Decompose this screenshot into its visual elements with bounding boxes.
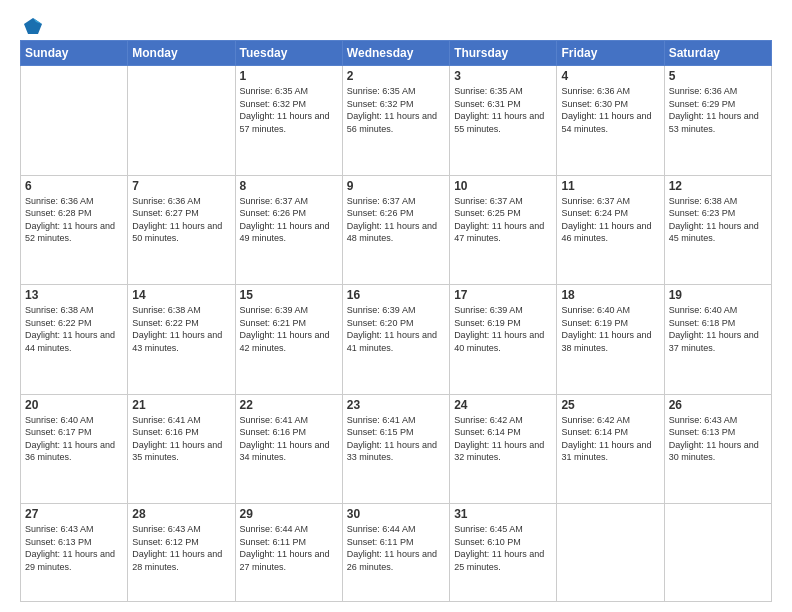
day-info: Sunrise: 6:36 AMSunset: 6:30 PMDaylight:… <box>561 85 659 135</box>
day-number: 27 <box>25 507 123 521</box>
day-number: 13 <box>25 288 123 302</box>
calendar-day: 13Sunrise: 6:38 AMSunset: 6:22 PMDayligh… <box>21 285 128 395</box>
calendar-day: 25Sunrise: 6:42 AMSunset: 6:14 PMDayligh… <box>557 394 664 504</box>
calendar-day: 31Sunrise: 6:45 AMSunset: 6:10 PMDayligh… <box>450 504 557 602</box>
day-info: Sunrise: 6:40 AMSunset: 6:18 PMDaylight:… <box>669 304 767 354</box>
day-info: Sunrise: 6:42 AMSunset: 6:14 PMDaylight:… <box>561 414 659 464</box>
weekday-header-row: SundayMondayTuesdayWednesdayThursdayFrid… <box>21 41 772 66</box>
weekday-header-sunday: Sunday <box>21 41 128 66</box>
day-info: Sunrise: 6:38 AMSunset: 6:23 PMDaylight:… <box>669 195 767 245</box>
calendar-week-2: 6Sunrise: 6:36 AMSunset: 6:28 PMDaylight… <box>21 175 772 285</box>
calendar-day: 17Sunrise: 6:39 AMSunset: 6:19 PMDayligh… <box>450 285 557 395</box>
calendar-day <box>557 504 664 602</box>
calendar-day: 1Sunrise: 6:35 AMSunset: 6:32 PMDaylight… <box>235 66 342 176</box>
day-number: 12 <box>669 179 767 193</box>
day-number: 14 <box>132 288 230 302</box>
weekday-header-saturday: Saturday <box>664 41 771 66</box>
calendar-week-5: 27Sunrise: 6:43 AMSunset: 6:13 PMDayligh… <box>21 504 772 602</box>
calendar-week-3: 13Sunrise: 6:38 AMSunset: 6:22 PMDayligh… <box>21 285 772 395</box>
day-number: 18 <box>561 288 659 302</box>
calendar-day: 16Sunrise: 6:39 AMSunset: 6:20 PMDayligh… <box>342 285 449 395</box>
day-number: 22 <box>240 398 338 412</box>
calendar-day: 15Sunrise: 6:39 AMSunset: 6:21 PMDayligh… <box>235 285 342 395</box>
logo <box>20 16 44 32</box>
calendar-day: 21Sunrise: 6:41 AMSunset: 6:16 PMDayligh… <box>128 394 235 504</box>
day-info: Sunrise: 6:43 AMSunset: 6:12 PMDaylight:… <box>132 523 230 573</box>
day-info: Sunrise: 6:43 AMSunset: 6:13 PMDaylight:… <box>25 523 123 573</box>
day-number: 11 <box>561 179 659 193</box>
day-info: Sunrise: 6:44 AMSunset: 6:11 PMDaylight:… <box>240 523 338 573</box>
day-info: Sunrise: 6:41 AMSunset: 6:16 PMDaylight:… <box>240 414 338 464</box>
day-number: 20 <box>25 398 123 412</box>
day-number: 26 <box>669 398 767 412</box>
day-info: Sunrise: 6:35 AMSunset: 6:31 PMDaylight:… <box>454 85 552 135</box>
calendar-day: 8Sunrise: 6:37 AMSunset: 6:26 PMDaylight… <box>235 175 342 285</box>
calendar-day: 26Sunrise: 6:43 AMSunset: 6:13 PMDayligh… <box>664 394 771 504</box>
calendar-day: 29Sunrise: 6:44 AMSunset: 6:11 PMDayligh… <box>235 504 342 602</box>
calendar-day: 18Sunrise: 6:40 AMSunset: 6:19 PMDayligh… <box>557 285 664 395</box>
calendar-table: SundayMondayTuesdayWednesdayThursdayFrid… <box>20 40 772 602</box>
header <box>20 16 772 32</box>
day-number: 31 <box>454 507 552 521</box>
day-info: Sunrise: 6:43 AMSunset: 6:13 PMDaylight:… <box>669 414 767 464</box>
day-number: 9 <box>347 179 445 193</box>
calendar-day: 19Sunrise: 6:40 AMSunset: 6:18 PMDayligh… <box>664 285 771 395</box>
day-number: 3 <box>454 69 552 83</box>
calendar-day: 3Sunrise: 6:35 AMSunset: 6:31 PMDaylight… <box>450 66 557 176</box>
day-number: 4 <box>561 69 659 83</box>
day-info: Sunrise: 6:37 AMSunset: 6:26 PMDaylight:… <box>240 195 338 245</box>
day-number: 2 <box>347 69 445 83</box>
day-number: 17 <box>454 288 552 302</box>
day-number: 8 <box>240 179 338 193</box>
day-info: Sunrise: 6:41 AMSunset: 6:15 PMDaylight:… <box>347 414 445 464</box>
day-info: Sunrise: 6:36 AMSunset: 6:28 PMDaylight:… <box>25 195 123 245</box>
day-info: Sunrise: 6:37 AMSunset: 6:25 PMDaylight:… <box>454 195 552 245</box>
calendar-day: 20Sunrise: 6:40 AMSunset: 6:17 PMDayligh… <box>21 394 128 504</box>
day-number: 30 <box>347 507 445 521</box>
day-info: Sunrise: 6:42 AMSunset: 6:14 PMDaylight:… <box>454 414 552 464</box>
day-info: Sunrise: 6:40 AMSunset: 6:17 PMDaylight:… <box>25 414 123 464</box>
day-info: Sunrise: 6:39 AMSunset: 6:19 PMDaylight:… <box>454 304 552 354</box>
day-info: Sunrise: 6:41 AMSunset: 6:16 PMDaylight:… <box>132 414 230 464</box>
calendar-day: 30Sunrise: 6:44 AMSunset: 6:11 PMDayligh… <box>342 504 449 602</box>
day-info: Sunrise: 6:35 AMSunset: 6:32 PMDaylight:… <box>240 85 338 135</box>
day-number: 29 <box>240 507 338 521</box>
weekday-header-friday: Friday <box>557 41 664 66</box>
day-info: Sunrise: 6:37 AMSunset: 6:24 PMDaylight:… <box>561 195 659 245</box>
day-number: 6 <box>25 179 123 193</box>
weekday-header-tuesday: Tuesday <box>235 41 342 66</box>
day-info: Sunrise: 6:39 AMSunset: 6:20 PMDaylight:… <box>347 304 445 354</box>
weekday-header-monday: Monday <box>128 41 235 66</box>
day-number: 21 <box>132 398 230 412</box>
calendar-day: 23Sunrise: 6:41 AMSunset: 6:15 PMDayligh… <box>342 394 449 504</box>
calendar-day: 9Sunrise: 6:37 AMSunset: 6:26 PMDaylight… <box>342 175 449 285</box>
calendar-day: 6Sunrise: 6:36 AMSunset: 6:28 PMDaylight… <box>21 175 128 285</box>
day-info: Sunrise: 6:35 AMSunset: 6:32 PMDaylight:… <box>347 85 445 135</box>
calendar-day <box>664 504 771 602</box>
day-info: Sunrise: 6:36 AMSunset: 6:29 PMDaylight:… <box>669 85 767 135</box>
calendar-day: 24Sunrise: 6:42 AMSunset: 6:14 PMDayligh… <box>450 394 557 504</box>
calendar-day: 14Sunrise: 6:38 AMSunset: 6:22 PMDayligh… <box>128 285 235 395</box>
day-number: 25 <box>561 398 659 412</box>
logo-flag-icon <box>22 16 44 38</box>
day-number: 10 <box>454 179 552 193</box>
calendar-day: 28Sunrise: 6:43 AMSunset: 6:12 PMDayligh… <box>128 504 235 602</box>
day-number: 28 <box>132 507 230 521</box>
day-info: Sunrise: 6:39 AMSunset: 6:21 PMDaylight:… <box>240 304 338 354</box>
page: SundayMondayTuesdayWednesdayThursdayFrid… <box>0 0 792 612</box>
calendar-day <box>128 66 235 176</box>
calendar-week-1: 1Sunrise: 6:35 AMSunset: 6:32 PMDaylight… <box>21 66 772 176</box>
calendar-day: 5Sunrise: 6:36 AMSunset: 6:29 PMDaylight… <box>664 66 771 176</box>
calendar-day: 2Sunrise: 6:35 AMSunset: 6:32 PMDaylight… <box>342 66 449 176</box>
weekday-header-thursday: Thursday <box>450 41 557 66</box>
day-info: Sunrise: 6:40 AMSunset: 6:19 PMDaylight:… <box>561 304 659 354</box>
day-number: 15 <box>240 288 338 302</box>
day-number: 1 <box>240 69 338 83</box>
calendar-week-4: 20Sunrise: 6:40 AMSunset: 6:17 PMDayligh… <box>21 394 772 504</box>
day-info: Sunrise: 6:45 AMSunset: 6:10 PMDaylight:… <box>454 523 552 573</box>
calendar-day: 22Sunrise: 6:41 AMSunset: 6:16 PMDayligh… <box>235 394 342 504</box>
svg-marker-0 <box>24 18 42 34</box>
day-number: 19 <box>669 288 767 302</box>
day-info: Sunrise: 6:38 AMSunset: 6:22 PMDaylight:… <box>25 304 123 354</box>
day-number: 7 <box>132 179 230 193</box>
